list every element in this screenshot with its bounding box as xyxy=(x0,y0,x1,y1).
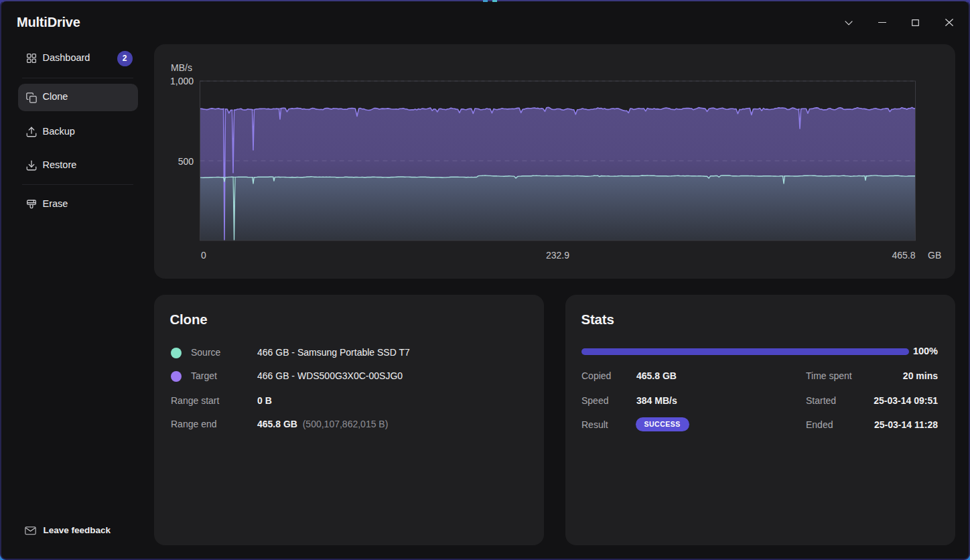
svg-text:500: 500 xyxy=(178,156,194,167)
svg-text:1,000: 1,000 xyxy=(170,76,194,86)
svg-text:465.8: 465.8 xyxy=(892,250,915,261)
svg-text:GB: GB xyxy=(928,250,941,261)
svg-text:232.9: 232.9 xyxy=(546,250,569,261)
svg-text:MB/s: MB/s xyxy=(171,62,192,73)
svg-text:0: 0 xyxy=(201,250,206,261)
